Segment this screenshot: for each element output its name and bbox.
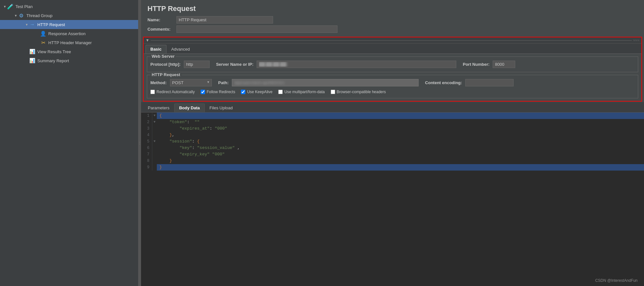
http-request-row: Method: POST GET PUT DELETE Path: Conten…: [150, 77, 635, 88]
sidebar-item-label: Summary Report: [37, 58, 69, 63]
sidebar-item-response-assertion[interactable]: 👤 Response Assertion: [0, 29, 138, 38]
checkbox-multipart[interactable]: Use multipart/form-data: [278, 90, 325, 94]
body-tabs: Parameters Body Data Files Upload: [141, 102, 644, 113]
content-enc-label: Content encoding:: [425, 80, 462, 85]
browser-compat-checkbox[interactable]: [331, 90, 335, 94]
comments-input[interactable]: [176, 25, 337, 33]
tab-advanced-label: Advanced: [171, 47, 190, 52]
sidebar-item-http-request[interactable]: ▼ → HTTP Request: [0, 20, 138, 29]
fold-1[interactable]: ▼: [152, 113, 157, 119]
collapse-icon[interactable]: ▼: [146, 38, 149, 43]
protocol-input[interactable]: [184, 61, 210, 68]
web-server-section: Web Server Protocol [http]: Server Name …: [147, 56, 638, 72]
code-line-1: 1 ▼ {: [141, 113, 644, 119]
code-editor[interactable]: 1 ▼ { 2 ▼ "token": "" 3 "expires_at": "0…: [141, 113, 644, 286]
port-input[interactable]: [493, 61, 515, 68]
sidebar-item-thread-group[interactable]: ▼ ⚙ Thread Group: [0, 11, 138, 20]
line-content-7: "expiry_key" "000": [157, 151, 644, 158]
sidebar-item-http-header-manager[interactable]: ✂ HTTP Header Manager: [0, 38, 138, 47]
line-num-3: 3: [141, 125, 152, 132]
line-content-2: "token": "": [157, 119, 644, 125]
line-num-1: 1: [141, 113, 152, 119]
port-label: Port Number:: [463, 62, 489, 67]
path-input[interactable]: [232, 79, 419, 86]
thread-group-icon: ⚙: [18, 12, 24, 19]
line-content-4: },: [157, 132, 644, 138]
line-num-6: 6: [141, 145, 152, 151]
method-label: Method:: [150, 80, 167, 85]
line-num-7: 7: [141, 151, 152, 158]
toggle-thread-group[interactable]: ▼: [14, 14, 18, 17]
line-content-8: }: [157, 158, 644, 164]
tab-parameters-label: Parameters: [148, 105, 169, 110]
tab-basic[interactable]: Basic: [146, 45, 166, 54]
method-select[interactable]: POST GET PUT DELETE: [170, 79, 212, 86]
use-keepalive-label: Use KeepAlive: [247, 90, 272, 94]
line-num-8: 8: [141, 158, 152, 164]
watermark: CSDN @InterestAndFun: [595, 278, 638, 283]
name-input[interactable]: [176, 16, 273, 24]
line-content-1: {: [157, 113, 644, 119]
line-content-5: "session": {: [157, 138, 644, 145]
checkboxes-row: Redirect Automatically Follow Redirects …: [150, 88, 635, 96]
use-keepalive-checkbox[interactable]: [241, 90, 245, 94]
dots-icon: ≈≈≈: [633, 38, 639, 43]
fold-5[interactable]: ▼: [152, 138, 157, 145]
sidebar-resize-handle[interactable]: ⋮: [138, 0, 141, 286]
name-label: Name:: [147, 17, 173, 22]
multipart-checkbox[interactable]: [278, 90, 283, 94]
fold-8: [152, 158, 157, 164]
comments-label: Comments:: [147, 27, 173, 32]
sidebar: ▼ 🧪 Test Plan ▼ ⚙ Thread Group ▼ → HTTP …: [0, 0, 138, 286]
sidebar-item-label: Response Assertion: [48, 31, 86, 36]
http-header-icon: ✂: [40, 39, 46, 46]
tab-basic-label: Basic: [150, 47, 162, 52]
summary-report-icon: 📊: [29, 57, 35, 64]
checkbox-redirect-auto[interactable]: Redirect Automatically: [150, 90, 195, 94]
fold-6: [152, 145, 157, 151]
sidebar-item-view-results-tree[interactable]: 📊 View Results Tree: [0, 47, 138, 56]
checkbox-follow-redirects[interactable]: Follow Redirects: [201, 90, 235, 94]
fold-2[interactable]: ▼: [152, 119, 157, 125]
path-label: Path:: [218, 80, 229, 85]
tab-files-upload-label: Files Upload: [210, 105, 233, 110]
comments-field-row: Comments:: [147, 25, 638, 33]
server-label: Server Name or IP:: [216, 62, 253, 67]
sidebar-item-summary-report[interactable]: 📊 Summary Report: [0, 56, 138, 65]
server-input[interactable]: [257, 61, 456, 68]
tab-body-data[interactable]: Body Data: [174, 104, 204, 112]
tab-files-upload[interactable]: Files Upload: [205, 104, 238, 112]
fold-4: [152, 132, 157, 138]
name-field-row: Name:: [147, 16, 638, 24]
http-request-title: HTTP Request: [150, 72, 182, 77]
line-content-6: "key": "session_value" ,: [157, 145, 644, 151]
sidebar-item-label: HTTP Header Manager: [48, 40, 92, 45]
sidebar-item-label: HTTP Request: [37, 22, 65, 27]
tab-advanced[interactable]: Advanced: [166, 45, 195, 54]
toggle-http-request[interactable]: ▼: [24, 23, 29, 26]
code-line-5: 5 ▼ "session": {: [141, 138, 644, 145]
line-num-4: 4: [141, 132, 152, 138]
code-line-2: 2 ▼ "token": "": [141, 119, 644, 125]
config-tabs: Basic Advanced: [144, 44, 641, 54]
sidebar-item-test-plan[interactable]: ▼ 🧪 Test Plan: [0, 2, 138, 11]
line-num-9: 9: [141, 164, 152, 171]
view-results-icon: 📊: [29, 48, 35, 55]
fold-3: [152, 125, 157, 132]
tab-parameters[interactable]: Parameters: [143, 104, 174, 112]
fold-9: [152, 164, 157, 171]
main-panel: HTTP Request Name: Comments: ▼ ≈≈≈ Basic…: [141, 0, 644, 286]
code-line-6: 6 "key": "session_value" ,: [141, 145, 644, 151]
content-enc-input[interactable]: [465, 79, 514, 86]
checkbox-use-keepalive[interactable]: Use KeepAlive: [241, 90, 272, 94]
http-request-icon: →: [29, 21, 35, 28]
configuration-section: ▼ ≈≈≈ Basic Advanced Web Server Protocol…: [143, 37, 642, 102]
line-num-2: 2: [141, 119, 152, 125]
method-wrapper: POST GET PUT DELETE: [170, 79, 212, 86]
checkbox-browser-compat[interactable]: Browser-compatible headers: [331, 90, 386, 94]
redirect-auto-checkbox[interactable]: [150, 90, 155, 94]
follow-redirects-checkbox[interactable]: [201, 90, 205, 94]
toggle-test-plan[interactable]: ▼: [3, 5, 7, 8]
protocol-label: Protocol [http]:: [150, 62, 181, 67]
fold-7: [152, 151, 157, 158]
